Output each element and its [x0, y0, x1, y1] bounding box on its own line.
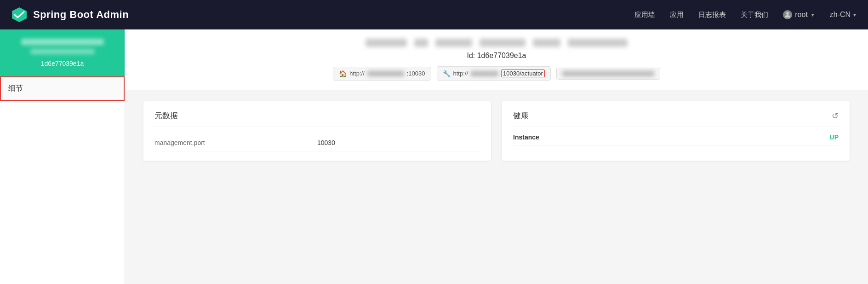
- app-header: Spring Boot Admin 应用墙 应用 日志报表 关于我们 root …: [0, 0, 868, 29]
- blurred-pill-6: [568, 39, 628, 47]
- user-avatar-icon: [783, 10, 792, 19]
- sidebar-blurred-sub-bar: [30, 49, 95, 54]
- page-layout: 1d6e77039e1a 细节 Id: 1d6e77039e1a 🏠: [0, 29, 868, 284]
- user-chevron-icon: ▼: [811, 12, 815, 17]
- url-home-badge[interactable]: 🏠 http:// :10030: [333, 67, 431, 81]
- nav-apps[interactable]: 应用: [670, 11, 684, 19]
- sidebar-instance-id: 1d6e77039e1a: [41, 60, 84, 67]
- logo-area: Spring Boot Admin: [11, 6, 129, 23]
- sidebar-item-details-label: 细节: [8, 84, 23, 93]
- url-home-port: :10030: [407, 70, 425, 77]
- health-panel-title-row: 健康 ↺: [513, 110, 839, 121]
- svg-point-1: [786, 12, 789, 15]
- url-home-blurred: [367, 71, 404, 76]
- metadata-panel-title: 元数据: [154, 110, 480, 127]
- health-panel-title: 健康: [513, 110, 529, 121]
- lang-chevron-icon: ▼: [852, 12, 857, 17]
- user-menu[interactable]: root ▼: [783, 10, 815, 19]
- sidebar-item-details[interactable]: 细节: [0, 76, 125, 101]
- main-content: Id: 1d6e77039e1a 🏠 http:// :10030 🔧 http…: [125, 29, 868, 284]
- url-actuator-text: 10030/actuator: [501, 70, 545, 77]
- blurred-pill-5: [533, 39, 560, 47]
- health-divider: [513, 127, 839, 127]
- meta-value-0: 10030: [317, 139, 480, 146]
- main-nav: 应用墙 应用 日志报表 关于我们 root ▼ zh-CN ▼: [634, 10, 857, 19]
- url-home-prefix: http://: [349, 70, 365, 77]
- health-instance-label: Instance: [513, 133, 539, 141]
- instance-urls-row: 🏠 http:// :10030 🔧 http:// 10030/actuato…: [333, 66, 660, 81]
- blurred-pill-4: [480, 39, 525, 47]
- sidebar-instance-card: 1d6e77039e1a: [0, 29, 125, 76]
- user-label: root: [795, 11, 808, 19]
- nav-appwall[interactable]: 应用墙: [634, 11, 655, 19]
- instance-id-display: Id: 1d6e77039e1a: [467, 52, 526, 60]
- health-panel: 健康 ↺ Instance UP: [502, 101, 850, 161]
- url-actuator-prefix: http://: [453, 70, 468, 77]
- sidebar-blurred-name-bar: [21, 39, 104, 45]
- refresh-icon[interactable]: ↺: [832, 111, 839, 121]
- home-icon: 🏠: [339, 70, 347, 77]
- blurred-pill-1: [365, 39, 407, 47]
- nav-about[interactable]: 关于我们: [741, 11, 768, 19]
- logo-icon: [11, 6, 28, 23]
- blurred-pill-2: [414, 39, 428, 47]
- meta-row-0: management.port 10030: [154, 134, 480, 151]
- lang-label: zh-CN: [830, 11, 851, 19]
- url-extra-badge[interactable]: [556, 68, 660, 80]
- lang-menu[interactable]: zh-CN ▼: [830, 11, 857, 19]
- content-panels: 元数据 management.port 10030 健康 ↺ Instance …: [125, 90, 868, 172]
- meta-key-0: management.port: [154, 139, 317, 146]
- sidebar-menu: 细节: [0, 76, 125, 284]
- health-instance-row: Instance UP: [513, 129, 839, 146]
- wrench-icon: 🔧: [443, 70, 451, 77]
- app-title: Spring Boot Admin: [33, 9, 129, 21]
- url-extra-blurred: [562, 71, 654, 76]
- url-actuator-badge[interactable]: 🔧 http:// 10030/actuator: [437, 66, 551, 81]
- url-actuator-blurred: [471, 71, 498, 76]
- nav-log[interactable]: 日志报表: [698, 11, 726, 19]
- blurred-pill-3: [435, 39, 472, 47]
- instance-blurred-row: [365, 39, 628, 47]
- instance-header: Id: 1d6e77039e1a 🏠 http:// :10030 🔧 http…: [125, 29, 868, 90]
- sidebar: 1d6e77039e1a 细节: [0, 29, 125, 284]
- health-instance-status: UP: [830, 133, 839, 141]
- metadata-panel: 元数据 management.port 10030: [143, 101, 491, 161]
